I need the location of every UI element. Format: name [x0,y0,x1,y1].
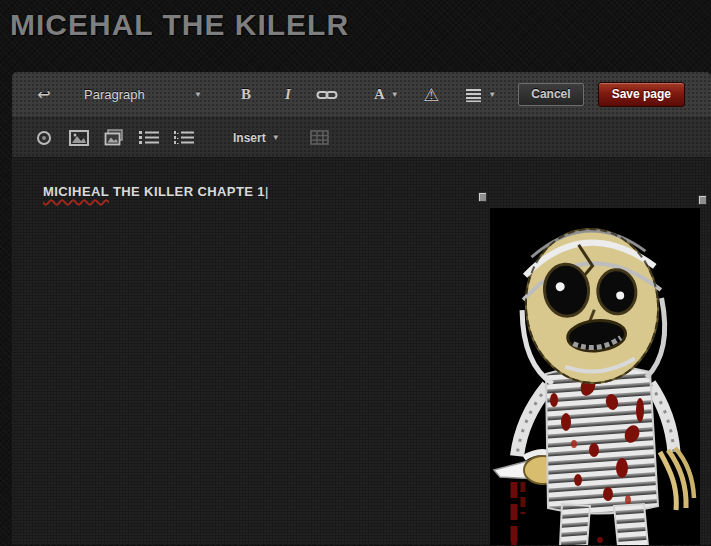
numbered-list-icon[interactable] [172,125,196,151]
embedded-image-mummy-drawing[interactable] [490,208,700,545]
bold-button[interactable]: B [236,82,256,108]
misspelled-word: MICIHEAL [43,184,109,199]
resize-handle-top-left[interactable] [478,192,487,202]
character-image [490,208,700,545]
warning-icon[interactable]: ⚠ [421,82,441,108]
format-dropdown-value: Paragraph [84,87,145,102]
cancel-button[interactable]: Cancel [518,83,583,106]
format-dropdown[interactable]: Paragraph ▼ [84,87,202,102]
editor-panel: ↩ Paragraph ▼ B I A ▼ ⚠ ▼ [12,72,711,546]
photo-icon[interactable] [67,125,91,151]
insert-label: Insert [233,131,266,145]
italic-button[interactable]: I [278,82,298,108]
chevron-down-icon: ▼ [272,134,280,142]
page-title: MICEHAL THE KILELR [10,8,349,42]
gallery-icon[interactable] [102,125,126,151]
more-tools-icon[interactable]: ▼ [465,82,496,108]
editor-text-line[interactable]: MICIHEAL THE KILLER CHAPTE 1| [19,169,269,214]
toolbar-insert-row: Insert ▼ [12,118,711,158]
bullet-list-icon[interactable] [137,125,161,151]
editor-text: THE KILLER CHAPTE 1 [109,184,265,199]
toolbar-main: ↩ Paragraph ▼ B I A ▼ ⚠ ▼ [12,72,711,118]
insert-dropdown[interactable]: Insert ▼ [233,131,280,145]
video-icon[interactable] [32,125,56,151]
table-icon [310,125,330,151]
rich-text-editarea[interactable]: MICIHEAL THE KILLER CHAPTE 1| [12,158,711,545]
link-icon[interactable] [316,82,338,108]
undo-icon[interactable]: ↩ [34,82,54,108]
text-cursor: | [265,184,269,199]
resize-handle-top-right[interactable] [698,195,707,205]
text-color-label: A [374,86,385,103]
text-color-button[interactable]: A ▼ [374,82,399,108]
chevron-down-icon: ▼ [194,91,202,99]
chevron-down-icon: ▼ [488,91,496,99]
chevron-down-icon: ▼ [391,91,399,99]
save-page-button[interactable]: Save page [598,82,685,107]
